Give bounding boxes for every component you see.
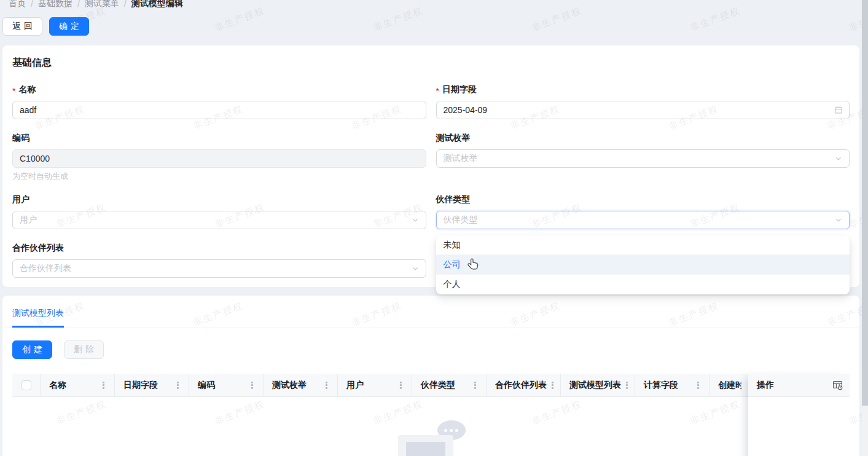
partner-type-field-label: 伙伴类型 bbox=[436, 194, 850, 205]
partner-type-field: 伙伴类型 伙伴类型 未知 公司 bbox=[436, 194, 850, 229]
basic-info-form: * 名称 * 日期字段 2025-04-09 bbox=[12, 84, 850, 278]
date-field-label: * 日期字段 bbox=[436, 84, 850, 95]
column-header-partner-type: 伙伴类型 ⋮ bbox=[412, 374, 487, 396]
partner-list-field-label: 合作伙伴列表 bbox=[12, 243, 426, 253]
column-label: 伙伴类型 bbox=[421, 380, 455, 391]
date-value: 2025-04-09 bbox=[444, 105, 488, 115]
breadcrumb-item-basic-data[interactable]: 基础数据 bbox=[38, 0, 72, 9]
column-label: 合作伙伴列表 bbox=[495, 380, 547, 391]
page-toolbar: 返回 确定 bbox=[2, 17, 859, 36]
required-asterisk: * bbox=[12, 86, 15, 96]
breadcrumb-item-home[interactable]: 首页 bbox=[9, 0, 26, 9]
select-all-checkbox[interactable] bbox=[22, 380, 31, 390]
breadcrumb-separator: / bbox=[77, 0, 80, 9]
column-label: 计算字段 bbox=[644, 380, 678, 391]
chevron-down-icon bbox=[835, 155, 842, 162]
partner-list-select[interactable]: 合作伙伴列表 bbox=[12, 259, 426, 278]
code-field-label: 编码 bbox=[12, 133, 426, 143]
column-header-model-list: 测试模型列表 ⋮ bbox=[561, 374, 635, 396]
calendar-icon[interactable] bbox=[834, 106, 843, 114]
column-header-partner-list: 合作伙伴列表 ⋮ bbox=[487, 374, 561, 396]
scrollbar-thumb[interactable] bbox=[862, 0, 868, 406]
column-menu-icon[interactable]: ⋮ bbox=[469, 380, 481, 390]
code-input bbox=[12, 149, 426, 168]
mouse-cursor-icon bbox=[467, 258, 479, 270]
basic-info-card: 基础信息 * 名称 * 日期字段 2025-04-09 bbox=[2, 45, 859, 287]
back-button[interactable]: 返回 bbox=[2, 17, 42, 36]
dropdown-option-company[interactable]: 公司 bbox=[436, 255, 850, 275]
code-field: 编码 为空时自动生成 bbox=[12, 133, 426, 181]
user-placeholder: 用户 bbox=[20, 214, 37, 226]
column-menu-icon[interactable]: ⋮ bbox=[692, 380, 704, 390]
column-label: 用户 bbox=[346, 380, 364, 391]
date-input[interactable]: 2025-04-09 bbox=[436, 101, 850, 119]
column-header-computed-field: 计算字段 ⋮ bbox=[635, 374, 710, 396]
column-menu-icon[interactable]: ⋮ bbox=[321, 380, 332, 390]
delete-button-label: 删除 bbox=[74, 344, 97, 355]
column-menu-icon[interactable]: ⋮ bbox=[547, 380, 558, 390]
chevron-down-icon bbox=[835, 216, 842, 224]
partner-list-field: 合作伙伴列表 合作伙伴列表 bbox=[12, 243, 426, 278]
column-menu-icon[interactable]: ⋮ bbox=[395, 380, 407, 390]
column-header-test-enum: 测试枚举 ⋮ bbox=[264, 374, 338, 396]
confirm-button[interactable]: 确定 bbox=[49, 17, 89, 36]
column-label: 日期字段 bbox=[123, 380, 158, 391]
delete-button[interactable]: 删除 bbox=[64, 340, 104, 359]
operation-column: 操作 bbox=[748, 374, 850, 456]
code-label-text: 编码 bbox=[12, 133, 29, 144]
model-list-tabs: 测试模型列表 bbox=[2, 296, 859, 328]
column-menu-icon[interactable]: ⋮ bbox=[98, 380, 109, 390]
confirm-button-label: 确定 bbox=[59, 21, 82, 32]
column-header-operation: 操作 bbox=[748, 374, 850, 397]
partner-type-dropdown: 未知 公司 个人 bbox=[436, 235, 850, 294]
dropdown-option-person[interactable]: 个人 bbox=[436, 275, 850, 294]
breadcrumb-item-test-menu[interactable]: 测试菜单 bbox=[85, 0, 119, 9]
partner-type-select[interactable]: 伙伴类型 bbox=[436, 211, 850, 229]
dropdown-option-company-label: 公司 bbox=[444, 259, 461, 270]
column-menu-icon[interactable]: ⋮ bbox=[172, 380, 184, 390]
tab-model-list[interactable]: 测试模型列表 bbox=[12, 308, 64, 328]
page-scrollbar bbox=[862, 0, 868, 456]
name-input[interactable] bbox=[12, 101, 426, 119]
column-header-user: 用户 ⋮ bbox=[338, 374, 412, 396]
chevron-down-icon bbox=[412, 216, 419, 224]
name-field-label: * 名称 bbox=[12, 84, 426, 95]
column-settings-icon[interactable] bbox=[832, 380, 843, 390]
test-enum-select[interactable]: 测试枚举 bbox=[436, 149, 850, 168]
column-label: 测试枚举 bbox=[272, 380, 307, 391]
back-button-label: 返回 bbox=[12, 21, 36, 32]
empty-state-illustration bbox=[376, 420, 487, 456]
test-enum-field: 测试枚举 测试枚举 bbox=[436, 133, 850, 181]
breadcrumb: 首页 / 基础数据 / 测试菜单 / 测试模型编辑 bbox=[2, 0, 859, 10]
select-all-cell bbox=[12, 374, 41, 396]
page: 首页 / 基础数据 / 测试菜单 / 测试模型编辑 返回 确定 基础信息 * 名… bbox=[0, 0, 868, 456]
date-label-text: 日期字段 bbox=[442, 84, 477, 95]
table-body bbox=[12, 420, 850, 456]
column-label: 名称 bbox=[49, 380, 66, 391]
model-list-card: 测试模型列表 创建 删除 名称 ⋮ 日期字段 ⋮ 编码 bbox=[2, 296, 859, 456]
breadcrumb-item-current: 测试模型编辑 bbox=[131, 0, 183, 9]
column-label: 创建时 bbox=[718, 380, 741, 391]
date-field: * 日期字段 2025-04-09 bbox=[436, 84, 850, 119]
test-enum-placeholder: 测试枚举 bbox=[444, 153, 478, 164]
partner-type-placeholder: 伙伴类型 bbox=[444, 214, 478, 226]
dropdown-option-unknown[interactable]: 未知 bbox=[436, 235, 850, 255]
create-button-label: 创建 bbox=[22, 344, 45, 355]
name-label-text: 名称 bbox=[18, 84, 36, 95]
basic-info-title: 基础信息 bbox=[12, 57, 850, 69]
model-list-table: 名称 ⋮ 日期字段 ⋮ 编码 ⋮ 测试枚举 ⋮ 用户 ⋮ bbox=[12, 374, 850, 456]
test-enum-field-label: 测试枚举 bbox=[436, 133, 850, 143]
column-menu-icon[interactable]: ⋮ bbox=[246, 380, 258, 390]
partner-type-label-text: 伙伴类型 bbox=[436, 194, 471, 205]
column-label: 编码 bbox=[198, 380, 215, 391]
model-list-toolbar: 创建 删除 bbox=[12, 340, 850, 359]
required-asterisk: * bbox=[436, 86, 439, 96]
column-label: 测试模型列表 bbox=[569, 380, 621, 391]
column-menu-icon[interactable]: ⋮ bbox=[621, 380, 633, 390]
monitor-icon bbox=[398, 435, 453, 456]
user-field: 用户 用户 bbox=[12, 194, 426, 229]
partner-list-label-text: 合作伙伴列表 bbox=[12, 243, 64, 254]
create-button[interactable]: 创建 bbox=[12, 340, 52, 359]
user-select[interactable]: 用户 bbox=[12, 211, 426, 229]
column-header-name: 名称 ⋮ bbox=[41, 374, 115, 396]
